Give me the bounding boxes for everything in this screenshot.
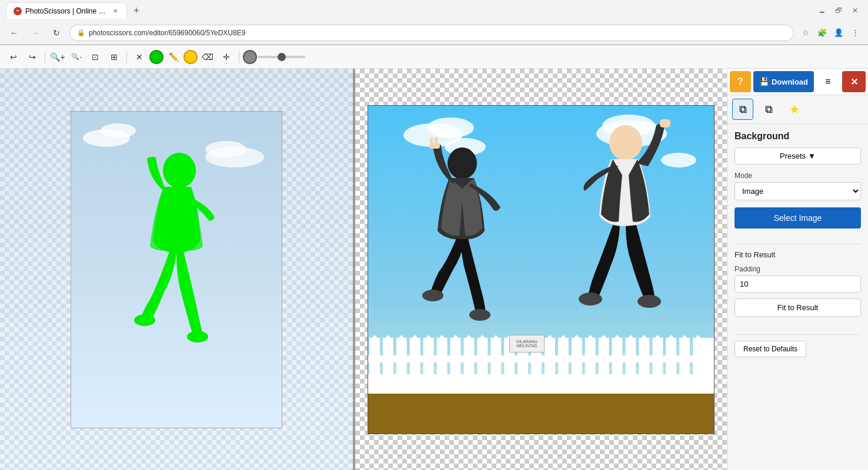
sidebar-top-bar: ? 💾 Download ≡ ✕ — [727, 69, 868, 95]
download-button[interactable]: 💾 Download — [753, 71, 814, 92]
svg-rect-6 — [369, 338, 380, 391]
pencil-tool-button[interactable]: ✏️ — [165, 48, 182, 66]
menu-icon: ≡ — [825, 76, 830, 87]
svg-rect-44 — [626, 338, 636, 391]
mask-canvas[interactable] — [0, 69, 353, 470]
sidebar-tabs: ⧉ ⧉ ★ — [727, 95, 868, 124]
person-left-silhouette — [415, 137, 533, 348]
sidebar-close-button[interactable]: ✕ — [842, 71, 866, 92]
main-area: DILARANGMELINTAS ? 💾 Download ≡ ✕ — [0, 69, 868, 470]
help-button[interactable]: ? — [730, 71, 751, 92]
green-person-silhouette — [118, 135, 235, 405]
result-canvas[interactable]: DILARANGMELINTAS — [355, 69, 727, 470]
svg-rect-52 — [679, 338, 690, 391]
copy-icon: ⧉ — [739, 103, 747, 116]
bookmark-button[interactable]: ☆ — [799, 26, 813, 40]
mode-label: Mode — [735, 172, 861, 180]
svg-rect-32 — [545, 338, 555, 391]
url-bar[interactable]: 🔒 photoscissors.com/editor/659690060/5Ye… — [69, 25, 794, 41]
person-right-silhouette — [549, 113, 685, 343]
new-tab-button[interactable]: + — [129, 4, 143, 18]
profile-button[interactable]: 👤 — [832, 26, 846, 40]
svg-point-2 — [187, 331, 208, 343]
zoom-out-button[interactable]: 🔍- — [68, 48, 85, 66]
toolbar-separator-3 — [239, 51, 239, 63]
svg-rect-42 — [612, 338, 623, 391]
padding-input[interactable] — [735, 276, 861, 293]
tab-favorites[interactable]: ★ — [784, 99, 805, 120]
address-actions: ☆ 🧩 👤 ⋮ — [799, 26, 862, 40]
svg-point-63 — [637, 295, 661, 308]
undo-button[interactable]: ↩ — [5, 48, 22, 66]
ground-layer — [368, 387, 714, 434]
select-image-button[interactable]: Select Image — [735, 207, 861, 229]
svg-rect-10 — [396, 338, 407, 391]
active-tab[interactable]: ✂ PhotoScissors | Online Backgro... ✕ — [6, 2, 127, 19]
zoom-fit-button[interactable]: ⊞ — [105, 48, 123, 66]
svg-point-61 — [609, 125, 642, 160]
reset-defaults-button[interactable]: Reset to Defaults — [735, 341, 806, 357]
sidebar-menu-button[interactable]: ≡ — [816, 71, 840, 92]
extensions-button[interactable]: 🧩 — [815, 26, 829, 40]
left-preview-image — [0, 69, 353, 470]
brush-size-slider[interactable] — [258, 56, 305, 58]
fit-to-result-label: Fit to Result — [777, 303, 818, 312]
svg-rect-36 — [572, 338, 582, 391]
svg-point-57 — [448, 147, 477, 179]
sidebar-content: Background Presets ▼ Mode None Color Ima… — [727, 124, 868, 364]
mode-select[interactable]: None Color Image Blur — [735, 182, 861, 200]
svg-rect-46 — [639, 338, 649, 391]
tab-title: PhotoScissors | Online Backgro... — [25, 7, 108, 15]
download-icon: 💾 — [759, 77, 769, 86]
svg-rect-60 — [429, 143, 440, 149]
close-icon: ✕ — [850, 76, 858, 88]
pan-tool-button[interactable]: ✛ — [218, 48, 235, 66]
toolbar-separator-1 — [45, 51, 45, 63]
address-bar: ← → ↻ 🔒 photoscissors.com/editor/6596900… — [0, 21, 868, 45]
presets-label: Presets — [780, 152, 806, 160]
zoom-100-button[interactable]: ⊡ — [86, 48, 104, 66]
svg-point-62 — [579, 293, 602, 306]
menu-button[interactable]: ⋮ — [848, 26, 862, 40]
forward-button[interactable]: → — [27, 25, 44, 41]
app-container: ↩ ↪ 🔍+ 🔍- ⊡ ⊞ ✕ ✏️ ⌫ ✛ — [0, 45, 868, 470]
close-window-button[interactable]: ✕ — [848, 4, 862, 18]
keep-tool-button[interactable] — [149, 50, 163, 64]
clear-button[interactable]: ✕ — [131, 48, 148, 66]
sidebar-divider-2 — [735, 334, 861, 335]
svg-rect-48 — [652, 338, 663, 391]
star-icon: ★ — [789, 102, 800, 116]
download-label: Download — [772, 78, 808, 86]
svg-point-1 — [134, 314, 155, 326]
minimize-button[interactable]: 🗕 — [815, 4, 829, 18]
tab-background[interactable]: ⧉ — [732, 99, 753, 120]
tab-bar: ✂ PhotoScissors | Online Backgro... ✕ + — [6, 2, 810, 19]
tab-layers[interactable]: ⧉ — [758, 99, 779, 120]
svg-rect-56 — [703, 338, 714, 391]
result-preview-image: DILARANGMELINTAS — [368, 105, 715, 434]
fit-to-result-button[interactable]: Fit to Result — [735, 298, 861, 317]
sidebar-divider-1 — [735, 244, 861, 244]
toolbar-separator-2 — [126, 51, 127, 63]
svg-point-58 — [422, 290, 443, 301]
redo-button[interactable]: ↪ — [24, 48, 41, 66]
layers-icon: ⧉ — [765, 103, 773, 116]
erase-tool-button[interactable]: ⌫ — [199, 48, 216, 66]
refresh-button[interactable]: ↻ — [48, 25, 65, 41]
fence-sign: DILARANGMELINTAS — [509, 335, 545, 352]
zoom-in-button[interactable]: 🔍+ — [49, 48, 66, 66]
padding-label: Padding — [735, 265, 861, 273]
svg-point-0 — [163, 153, 196, 188]
restore-button[interactable]: 🗗 — [832, 4, 846, 18]
tab-close-button[interactable]: ✕ — [111, 7, 119, 15]
window-controls: 🗕 🗗 ✕ — [815, 4, 862, 18]
brush-size-slider-area — [258, 56, 305, 58]
svg-rect-40 — [599, 338, 609, 391]
keep-circle-button[interactable] — [183, 50, 198, 64]
svg-point-59 — [469, 309, 490, 321]
presets-button[interactable]: Presets ▼ — [735, 147, 861, 164]
back-button[interactable]: ← — [6, 25, 22, 41]
right-sidebar: ? 💾 Download ≡ ✕ ⧉ ⧉ — [727, 69, 868, 470]
svg-rect-64 — [660, 119, 670, 127]
background-section-title: Background — [735, 131, 861, 142]
